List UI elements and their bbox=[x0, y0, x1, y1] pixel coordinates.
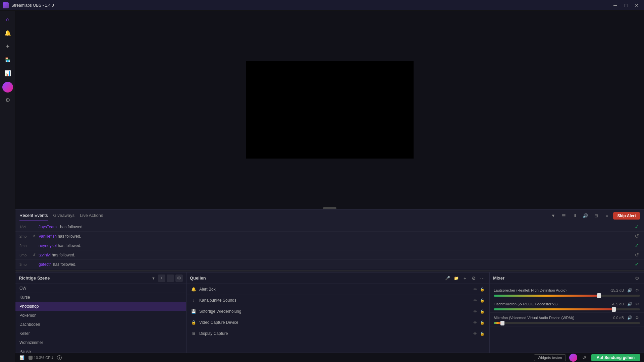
mixer-fader-thumb[interactable] bbox=[500, 321, 504, 325]
event-action-icon[interactable]: ↺ bbox=[633, 233, 640, 239]
mixer-settings-button[interactable]: ⚙ bbox=[633, 275, 641, 282]
preview-resize-handle[interactable] bbox=[323, 207, 336, 209]
mixer-channel-name: Lautsprecher (Realtek High Definition Au… bbox=[494, 288, 610, 292]
source-item-display-capture[interactable]: 🖥 Display Capture 👁 🔒 bbox=[186, 328, 489, 339]
scene-item-ow[interactable]: OW bbox=[15, 284, 186, 293]
source-item-sounds[interactable]: ♪ Kanalpunkte Sounds 👁 🔒 bbox=[186, 295, 489, 306]
widgets-test-button[interactable]: Widgets testen bbox=[534, 354, 566, 361]
event-user-link[interactable]: JaysTeam_ bbox=[39, 225, 59, 229]
mixer-channel-controls: 🔊 ⚙ bbox=[627, 315, 640, 321]
source-lock-btn[interactable]: 🔒 bbox=[479, 297, 485, 303]
event-icon bbox=[31, 224, 37, 230]
source-lock-btn[interactable]: 🔒 bbox=[479, 286, 485, 292]
events-dropdown-button[interactable]: ▼ bbox=[549, 212, 557, 220]
source-item-video-capture[interactable]: 🔒 Video Capture Device 👁 🔒 bbox=[186, 317, 489, 328]
mixer-fader-fill bbox=[494, 295, 599, 297]
event-row: 2mo neyneysel has followed. ✓ bbox=[15, 241, 644, 250]
events-volume-button[interactable]: 🔊 bbox=[581, 212, 590, 220]
sidebar-item-settings[interactable]: ⚙ bbox=[2, 94, 14, 106]
maximize-button[interactable]: □ bbox=[621, 1, 631, 10]
event-action-icon[interactable]: ↺ bbox=[633, 252, 640, 258]
event-user-link[interactable]: neyneysel bbox=[39, 243, 57, 248]
event-text: Vanillefish has followed. bbox=[39, 234, 633, 239]
mixer-channel-controls: 🔊 ⚙ bbox=[627, 301, 640, 307]
mixer-volume-btn[interactable]: 🔊 bbox=[627, 315, 633, 321]
go-live-button[interactable]: Auf Sendung gehen bbox=[591, 354, 640, 361]
sidebar-item-stats[interactable]: 📊 bbox=[2, 67, 14, 79]
tab-live-actions[interactable]: Live Actions bbox=[80, 210, 103, 221]
events-list-button[interactable]: ☰ bbox=[559, 212, 568, 220]
mixer-fader-track[interactable] bbox=[494, 308, 640, 310]
scene-item-wohnzimmer[interactable]: Wohnzimmer bbox=[15, 338, 186, 347]
event-user-link[interactable]: gafect4 bbox=[39, 262, 52, 267]
mixer-settings-btn[interactable]: ⚙ bbox=[634, 301, 640, 307]
sidebar-item-home[interactable]: ⌂ bbox=[2, 13, 14, 25]
events-grid-button[interactable]: ⊞ bbox=[592, 212, 600, 220]
event-action-icon[interactable]: ✓ bbox=[633, 261, 640, 267]
scene-item-pause[interactable]: Pause bbox=[15, 347, 186, 353]
mixer-settings-btn[interactable]: ⚙ bbox=[634, 287, 640, 293]
event-action-icon[interactable]: ✓ bbox=[633, 242, 640, 249]
scene-item-photoshop[interactable]: Photoshop bbox=[15, 302, 186, 311]
cpu-text: 10.3% CPU bbox=[34, 356, 53, 360]
sources-list: 🔔 Alert Box 👁 🔒 ♪ Kanalpunkte Sounds 👁 🔒 bbox=[186, 284, 489, 353]
sources-folder-btn[interactable]: 📁 bbox=[452, 275, 460, 282]
scene-item-pokemon[interactable]: Pokemon bbox=[15, 311, 186, 320]
minimize-button[interactable]: ─ bbox=[610, 1, 620, 10]
skip-alert-button[interactable]: Skip Alert bbox=[613, 212, 640, 220]
event-action-icon[interactable]: ✓ bbox=[633, 224, 640, 230]
sidebar-item-tools[interactable]: ✦ bbox=[2, 40, 14, 52]
tab-recent-events[interactable]: Recent Events bbox=[19, 210, 48, 221]
scene-item-keller[interactable]: Keller bbox=[15, 329, 186, 338]
event-text: gafect4 has followed. bbox=[39, 262, 633, 267]
sources-add-button[interactable]: + bbox=[461, 275, 469, 282]
sources-more-button[interactable]: ⋯ bbox=[479, 275, 486, 282]
sources-settings-button[interactable]: ⚙ bbox=[470, 275, 477, 282]
scenes-settings-button[interactable]: ⚙ bbox=[175, 275, 183, 282]
scenes-remove-button[interactable]: − bbox=[167, 275, 174, 282]
sources-audio-btn[interactable]: 🎤 bbox=[444, 275, 451, 282]
mixer-volume-btn[interactable]: 🔊 bbox=[627, 301, 633, 307]
mixer-fader-track[interactable] bbox=[494, 322, 640, 324]
source-visibility-btn[interactable]: 👁 bbox=[472, 330, 478, 337]
tab-giveaways[interactable]: Giveaways bbox=[53, 210, 75, 221]
source-item-actions: 👁 🔒 bbox=[472, 286, 485, 292]
mixer-volume-btn[interactable]: 🔊 bbox=[627, 287, 633, 293]
event-user-link[interactable]: tzvinivi bbox=[39, 253, 51, 257]
source-lock-btn[interactable]: 🔒 bbox=[479, 319, 485, 325]
status-chart[interactable]: 📊 bbox=[19, 355, 24, 360]
scenes-dropdown-arrow[interactable]: ▼ bbox=[152, 276, 155, 280]
mixer-channel-name: Tischmikrofon (2- RODE Podcaster v2) bbox=[494, 302, 612, 306]
panel-resize-area[interactable] bbox=[15, 269, 644, 272]
sidebar-item-avatar[interactable] bbox=[2, 82, 13, 93]
source-visibility-btn[interactable]: 👁 bbox=[472, 297, 478, 303]
scenes-add-button[interactable]: + bbox=[158, 275, 165, 282]
sidebar-item-events[interactable]: 🔔 bbox=[2, 27, 14, 39]
source-item-replay[interactable]: 💾 Sofortige Wiederholung 👁 🔒 bbox=[186, 306, 489, 317]
event-row: 2mo ↺ Vanillefish has followed. ↺ bbox=[15, 232, 644, 241]
source-visibility-btn[interactable]: 👁 bbox=[472, 286, 478, 292]
user-avatar[interactable] bbox=[569, 354, 577, 362]
scene-item-dachboden[interactable]: Dachboden bbox=[15, 320, 186, 329]
source-item-alertbox[interactable]: 🔔 Alert Box 👁 🔒 bbox=[186, 284, 489, 295]
panel-drag-handle[interactable] bbox=[15, 270, 644, 272]
events-menu-button[interactable]: ≡ bbox=[602, 212, 611, 220]
preview-area bbox=[15, 11, 644, 209]
source-visibility-btn[interactable]: 👁 bbox=[472, 308, 478, 314]
mixer-fader-thumb[interactable] bbox=[597, 293, 601, 298]
source-lock-btn[interactable]: 🔒 bbox=[479, 330, 485, 337]
main-layout: ⌂ 🔔 ✦ 🏪 📊 ⚙ Recent Events Giveaways Live… bbox=[0, 11, 644, 362]
source-visibility-btn[interactable]: 👁 bbox=[472, 319, 478, 325]
events-pause-button[interactable]: ⏸ bbox=[570, 212, 579, 220]
mixer-fader-thumb[interactable] bbox=[612, 307, 616, 312]
status-info[interactable]: i bbox=[57, 355, 62, 360]
mixer-settings-btn[interactable]: ⚙ bbox=[634, 315, 640, 321]
status-right: Widgets testen ↺ Auf Sendung gehen bbox=[534, 354, 640, 362]
restart-button[interactable]: ↺ bbox=[581, 354, 588, 361]
mixer-fader-track[interactable] bbox=[494, 295, 640, 297]
sidebar-item-store[interactable]: 🏪 bbox=[2, 54, 14, 66]
event-user-link[interactable]: Vanillefish bbox=[39, 234, 57, 239]
source-lock-btn[interactable]: 🔒 bbox=[479, 308, 485, 314]
scene-item-kurse[interactable]: Kurse bbox=[15, 293, 186, 302]
close-button[interactable]: ✕ bbox=[632, 1, 641, 10]
